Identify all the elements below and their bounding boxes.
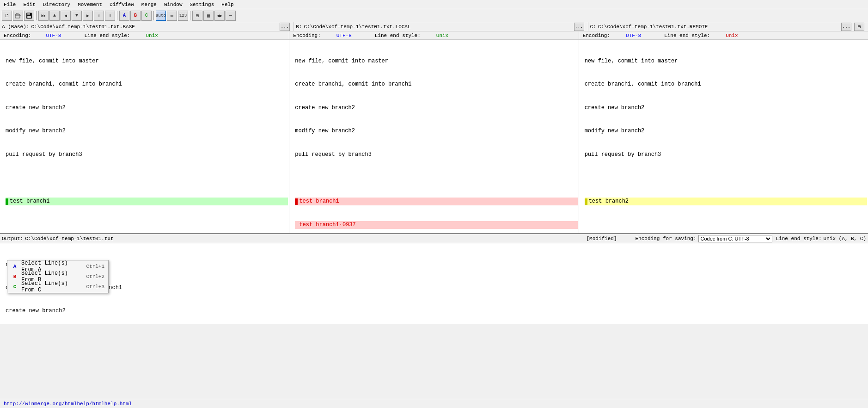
panel-c-enc-label: Encoding: xyxy=(583,33,610,38)
panel-a[interactable]: new file, commit into master create bran… xyxy=(0,40,289,233)
toolbar-open-btn[interactable] xyxy=(13,11,23,21)
panel-b-lineend-label: Line end style: xyxy=(375,33,421,38)
toolbar-up-btn[interactable]: ▲ xyxy=(49,11,60,21)
encoding-bar: Encoding: UTF-8 Line end style: Unix Enc… xyxy=(0,31,868,40)
filepath-bar: A (Base): C:\Code\xcf-temp-1\test01.txt.… xyxy=(0,22,868,31)
menu-window[interactable]: Window xyxy=(162,1,184,8)
panel-c-line-1: new file, commit into master xyxy=(585,57,867,65)
menu-edit[interactable]: Edit xyxy=(21,1,37,8)
toolbar-sep-3 xyxy=(153,11,154,20)
toolbar-down-conflict-btn[interactable]: ⬇ xyxy=(105,11,115,21)
panel-c-filepath: C:\Code\xcf-temp-1\test01.txt.REMOTE xyxy=(598,24,708,30)
menu-file[interactable]: File xyxy=(2,1,18,8)
ctx-shortcut-b: Ctrl+2 xyxy=(86,274,104,279)
panel-b-line-2: create branch1, commit into branch1 xyxy=(295,80,577,88)
toolbar-merge-btn[interactable]: ◀▶ xyxy=(214,11,225,21)
panel-b-line-3: create new branch2 xyxy=(295,104,577,112)
status-url: http://winmerge.org/htmlhelp/htmlhelp.ht… xyxy=(4,401,132,407)
panel-b-enc-section: Encoding: UTF-8 Line end style: Unix xyxy=(289,31,579,39)
toolbar-rect-btn[interactable]: ▭ xyxy=(167,11,177,21)
toolbar-up-conflict-btn[interactable]: ⬆ xyxy=(94,11,104,21)
output-label: Output: xyxy=(2,236,23,241)
panel-c-lineend-value: Unix xyxy=(726,33,738,38)
toolbar: 🗋 ⏮ ▲ ◀ ▼ ▶ ⬆ ⬇ A B C auto ▭ 123 ⊞ ▦ ◀▶ … xyxy=(0,9,868,22)
toolbar-down-btn[interactable]: ▼ xyxy=(72,11,82,21)
panel-b-marker xyxy=(295,198,298,205)
panel-c-marker xyxy=(585,198,587,205)
panel-a-enc-label: Encoding: xyxy=(4,33,31,38)
toolbar-select-c-btn[interactable]: C xyxy=(141,11,152,21)
panel-b-content: new file, commit into master create bran… xyxy=(289,40,578,233)
panel-c-line-4: modify new branch2 xyxy=(585,127,867,135)
output-modified-badge: [Modified] xyxy=(587,236,617,241)
menu-bar: File Edit Directory Movement Diffview Me… xyxy=(0,0,868,9)
output-content[interactable]: new file, commit into master create bran… xyxy=(0,243,868,324)
ctx-label-select-c: Select Line(s) From C xyxy=(21,280,83,293)
panel-b[interactable]: new file, commit into master create bran… xyxy=(289,40,579,233)
toolbar-grid-btn[interactable]: ⊞ xyxy=(192,11,202,21)
toolbar-next-btn[interactable]: ▶ xyxy=(83,11,93,21)
toolbar-select-a-btn[interactable]: A xyxy=(119,11,129,21)
output-filepath: C:\Code\xcf-temp-1\test01.txt xyxy=(25,236,113,241)
panel-c-line-7: test branch2 xyxy=(585,198,867,205)
panel-b-line-4: modify new branch2 xyxy=(295,127,577,135)
panel-c[interactable]: new file, commit into master create bran… xyxy=(579,40,868,233)
panel-a-enc-value: UTF-8 xyxy=(46,33,61,38)
panel-c-enc-value: UTF-8 xyxy=(626,33,641,38)
toolbar-select-b-btn[interactable]: B xyxy=(130,11,141,21)
panel-b-line-5: pull request by branch3 xyxy=(295,151,577,159)
panel-c-more-btn[interactable]: ... xyxy=(841,23,851,31)
ctx-shortcut-c: Ctrl+3 xyxy=(86,284,104,290)
panel-b-line-1: new file, commit into master xyxy=(295,57,577,65)
output-lineend-label: Line end style: xyxy=(776,236,822,241)
menu-directory[interactable]: Directory xyxy=(41,1,72,8)
panel-b-line-8: test branch1·0937 xyxy=(295,221,577,229)
panel-c-content: new file, commit into master create bran… xyxy=(579,40,868,223)
toolbar-prev-btn[interactable]: ◀ xyxy=(61,11,71,21)
panel-a-more-btn[interactable]: ... xyxy=(280,23,290,31)
menu-settings[interactable]: Settings xyxy=(188,1,216,8)
panel-c-lineend-label: Line end style: xyxy=(664,33,710,38)
panel-a-lineend-label: Line end style: xyxy=(84,33,130,38)
panel-c-expand-btn[interactable]: ⊞ xyxy=(854,23,864,31)
ctx-icon-b: B xyxy=(11,273,18,280)
panel-a-label: A (Base): xyxy=(2,24,29,30)
panel-a-line-3: create new branch2 xyxy=(6,104,288,112)
toolbar-sep-1 xyxy=(36,11,37,20)
toolbar-new-btn[interactable]: 🗋 xyxy=(2,11,12,21)
output-line-2: create branch1, commit into branch1 xyxy=(6,284,867,292)
panel-b-enc-label: Encoding: xyxy=(293,33,320,38)
menu-help[interactable]: Help xyxy=(220,1,235,8)
svg-rect-2 xyxy=(27,13,30,15)
panel-a-filepath-section: A (Base): C:\Code\xcf-temp-1\test01.txt.… xyxy=(0,22,294,31)
panel-b-enc-value: UTF-8 xyxy=(336,33,352,38)
toolbar-auto-btn[interactable]: auto xyxy=(156,11,166,21)
panel-b-more-btn[interactable]: ... xyxy=(574,23,584,31)
output-line-3: create new branch2 xyxy=(6,307,867,315)
toolbar-save-btn[interactable] xyxy=(24,11,34,21)
panel-a-marker xyxy=(6,198,8,205)
panel-a-lineend-value: Unix xyxy=(146,33,158,38)
ctx-shortcut-a: Ctrl+1 xyxy=(86,264,104,269)
panel-a-filepath: C:\Code\xcf-temp-1\test01.txt.BASE xyxy=(31,24,134,30)
toolbar-sep-4 xyxy=(190,11,190,20)
panel-c-line-2: create branch1, commit into branch1 xyxy=(585,80,867,88)
toolbar-col-btn[interactable]: ▦ xyxy=(203,11,214,21)
context-menu: A Select Line(s) From A Ctrl+1 B Select … xyxy=(7,260,109,293)
menu-diffview[interactable]: Diffview xyxy=(108,1,136,8)
toolbar-123-btn[interactable]: 123 xyxy=(178,11,188,21)
menu-movement[interactable]: Movement xyxy=(76,1,104,8)
ctx-menu-item-select-c[interactable]: C Select Line(s) From C Ctrl+3 xyxy=(7,282,108,292)
panel-a-enc-section: Encoding: UTF-8 Line end style: Unix xyxy=(0,31,289,39)
output-enc-select[interactable]: Codec from C: UTF-8 xyxy=(698,235,772,242)
output-lineend-value: Unix (A, B, C) xyxy=(824,236,866,241)
toolbar-first-btn[interactable]: ⏮ xyxy=(38,11,49,21)
panel-a-line-1: new file, commit into master xyxy=(6,57,288,65)
menu-merge[interactable]: Merge xyxy=(140,1,159,8)
panel-c-filepath-section: C: C:\Code\xcf-temp-1\test01.txt.REMOTE … xyxy=(588,22,868,31)
toolbar-dash-btn[interactable]: — xyxy=(226,11,236,21)
panel-b-line-6 xyxy=(295,174,577,182)
output-filepath-bar: Output: C:\Code\xcf-temp-1\test01.txt [M… xyxy=(0,234,868,243)
panel-c-enc-section: Encoding: UTF-8 Line end style: Unix xyxy=(579,31,868,39)
output-enc-label: Encoding for saving: xyxy=(636,236,697,241)
